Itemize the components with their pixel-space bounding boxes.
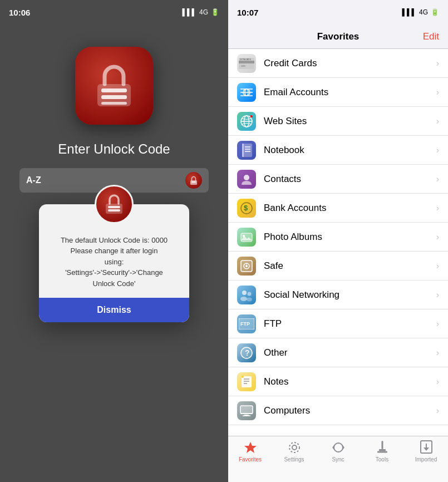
svg-marker-59 [332,445,334,450]
favorites-tab-icon [243,440,258,455]
svg-rect-62 [377,451,387,453]
svg-rect-7 [108,206,120,208]
svg-rect-11 [241,65,245,67]
email-accounts-icon [237,83,256,102]
social-networking-chevron: › [436,290,439,300]
list-item-social-networking[interactable]: Social Networking › [228,281,448,309]
bank-accounts-label: Bank Accounts [264,203,436,214]
imported-tab-icon [419,440,434,455]
tab-favorites[interactable]: Favorites [228,440,272,463]
svg-text:?: ? [245,348,250,357]
contacts-chevron: › [436,174,439,184]
list-item-bank-accounts[interactable]: $ Bank Accounts › [228,194,448,223]
contacts-icon [237,170,256,189]
svg-point-56 [292,445,297,450]
svg-rect-46 [242,376,252,387]
web-sites-icon [237,112,256,131]
credit-cards-icon: EXTRA SMITH [237,54,256,73]
social-networking-icon [237,286,256,304]
dialog-message: The default Unlock Code is: 0000Please c… [61,235,168,289]
svg-point-38 [242,291,247,295]
svg-point-39 [248,292,252,296]
right-battery-icon: 🔋 [431,8,439,16]
notebook-icon [237,141,256,160]
imported-tab-label: Imported [415,456,437,463]
svg-point-33 [243,235,245,237]
edit-button[interactable]: Edit [423,31,439,42]
safe-label: Safe [264,260,436,272]
bank-accounts-chevron: › [436,203,439,213]
web-sites-chevron: › [436,116,439,126]
credit-cards-chevron: › [436,58,439,68]
list-item-email-accounts[interactable]: Email Accounts › [228,78,448,107]
ftp-label: FTP [264,318,436,329]
credit-cards-label: Credit Cards [264,58,436,69]
list-item-photo-albums[interactable]: Photo Albums › [228,223,448,252]
list-item-safe[interactable]: Safe › [228,252,448,281]
right-network-label: 4G [419,8,428,16]
right-panel: 10:07 ▌▌▌ 4G 🔋 Favorites Edit EXTRA SMIT… [228,0,448,482]
settings-tab-icon [287,440,302,455]
dismiss-button[interactable]: Dismiss [39,298,189,322]
list-item-notes[interactable]: Notes › [228,367,448,396]
tab-tools[interactable]: Tools [360,440,404,463]
notes-icon [237,372,256,391]
social-networking-label: Social Networking [264,289,436,301]
list-item-web-sites[interactable]: Web Sites › [228,107,448,136]
right-status-bar: 10:07 ▌▌▌ 4G 🔋 [228,0,448,24]
list-item-contacts[interactable]: Contacts › [228,165,448,194]
photo-albums-label: Photo Albums [264,232,436,243]
safe-chevron: › [436,261,439,271]
photo-albums-chevron: › [436,232,439,242]
svg-point-57 [289,442,299,453]
computers-icon [237,401,256,420]
email-accounts-chevron: › [436,87,439,97]
nav-title: Favorites [317,31,360,42]
svg-rect-10 [239,61,254,63]
settings-tab-label: Settings [284,456,304,463]
left-panel: 10:06 ▌▌▌ 4G 🔋 Enter Unlock Code A-Z [0,0,228,482]
notes-chevron: › [436,377,439,387]
tab-bar: Favorites Settings Sync Tools Imported [228,436,448,482]
tools-tab-label: Tools [376,456,388,463]
right-signal-icon: ▌▌▌ [402,8,416,16]
email-accounts-label: Email Accounts [264,87,436,98]
ftp-chevron: › [436,319,439,329]
svg-marker-55 [244,442,257,453]
other-icon: ? [237,343,256,362]
other-label: Other [264,347,436,358]
list-item-notebook[interactable]: Notebook › [228,136,448,165]
notebook-label: Notebook [264,145,436,156]
list-item-ftp[interactable]: FTP FTP › [228,309,448,338]
dialog-icon [95,185,134,224]
bank-accounts-icon: $ [237,199,256,218]
dialog-box: The default Unlock Code is: 0000Please c… [39,204,189,323]
right-status-icons: ▌▌▌ 4G 🔋 [402,8,439,16]
computers-chevron: › [436,406,439,416]
favorites-list: EXTRA SMITH Credit Cards › Email Account… [228,49,448,436]
list-item-other[interactable]: ? Other › [228,338,448,367]
svg-marker-65 [424,447,429,451]
web-sites-label: Web Sites [264,116,436,127]
list-item-computers[interactable]: Computers › [228,396,448,425]
svg-rect-51 [240,406,253,414]
sync-tab-icon [331,440,346,455]
svg-rect-23 [242,144,244,157]
safe-icon [237,257,256,276]
svg-point-41 [247,297,252,301]
right-status-time: 10:07 [237,8,258,17]
tab-sync[interactable]: Sync [316,440,360,463]
svg-point-50 [242,376,244,378]
svg-rect-6 [106,204,122,214]
tools-tab-icon [375,440,390,455]
svg-point-40 [240,297,247,301]
favorites-tab-label: Favorites [239,456,262,463]
svg-rect-8 [108,209,120,212]
tab-settings[interactable]: Settings [272,440,316,463]
notebook-chevron: › [436,145,439,155]
list-item-credit-cards[interactable]: EXTRA SMITH Credit Cards › [228,49,448,78]
tab-imported[interactable]: Imported [404,440,448,463]
computers-label: Computers [264,405,436,416]
svg-point-27 [244,175,249,180]
svg-rect-61 [379,449,386,451]
